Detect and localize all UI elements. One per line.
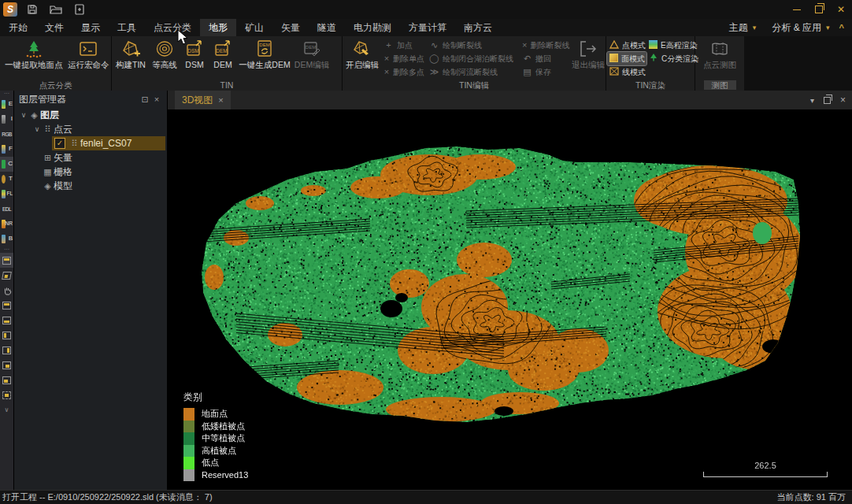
build-tin-button[interactable]: 构建TIN [113, 37, 149, 70]
tree-node-pointcloud[interactable]: ∨ ⠿ 点云 [14, 122, 167, 136]
tin-polyhedron-icon [120, 38, 141, 60]
render-classification-button[interactable]: C [0, 157, 13, 172]
minimize-icon [793, 9, 801, 10]
delete-points-icon: × [383, 68, 390, 76]
restore-button[interactable] [808, 0, 830, 19]
view-isometric-button[interactable] [0, 253, 13, 268]
view-bottom-button[interactable] [0, 313, 13, 328]
sidebar-separator: ··· [0, 246, 13, 253]
chevron-down-icon[interactable]: ∨ [32, 125, 42, 133]
render-rgb-button[interactable]: RGB [0, 127, 13, 142]
legend-swatch [183, 432, 194, 445]
render-time-button[interactable]: T [0, 172, 13, 187]
new-file-icon [74, 4, 85, 15]
face-mode-button[interactable]: 面模式 [607, 52, 646, 65]
delete-breakline-button[interactable]: × 删除断裂线 [520, 39, 572, 52]
point-mode-button[interactable]: 点模式 [607, 39, 646, 52]
pan-tool-button[interactable] [0, 283, 13, 298]
tab-pointcloud-classify[interactable]: 点云分类 [145, 19, 200, 36]
tab-tools[interactable]: 工具 [109, 19, 145, 36]
collapse-ribbon-button[interactable]: ^ [839, 23, 844, 32]
title-bar: S ✕ [0, 0, 852, 19]
tree-node-layers[interactable]: ∨ ◈ 图层 [14, 108, 167, 122]
legend-row: 低矮植被点 [183, 421, 248, 433]
render-edl-button[interactable]: EDL [0, 202, 13, 217]
draw-breakline-button[interactable]: ∿ 绘制断裂线 [427, 39, 520, 52]
dem-edit-button[interactable]: DEM DEM编辑 [292, 37, 332, 70]
close-view-icon[interactable]: × [840, 94, 846, 106]
save-edit-button[interactable]: ▤ 保存 [520, 65, 572, 79]
close-button[interactable]: ✕ [830, 0, 852, 19]
pointcloud-label: 点云 [54, 123, 72, 136]
tab-south-cloud[interactable]: 南方云 [455, 19, 501, 36]
line-mode-icon [609, 67, 619, 77]
render-f-button[interactable]: F [0, 142, 13, 157]
layer-visibility-checkbox[interactable]: ✓ [54, 138, 65, 149]
render-nr-button[interactable]: NR [0, 217, 13, 232]
render-elevation-button[interactable]: E [0, 97, 13, 112]
view-top-button[interactable] [0, 298, 13, 313]
tab-power-survey[interactable]: 电力勘测 [345, 19, 400, 36]
run-macro-button[interactable]: 运行宏命令 [66, 37, 110, 70]
breakline-wave-icon: ∿ [429, 41, 439, 50]
line-mode-button[interactable]: 线模式 [607, 65, 646, 79]
view-right-button[interactable] [0, 343, 13, 358]
generate-dem-button[interactable]: DEM 一键生成DEM [237, 37, 292, 70]
status-bar: 打开工程 -- E:/0910/250922/250922.sld (未读消息：… [0, 490, 852, 504]
pointcloud-mapping-button[interactable]: 点云测图 [698, 37, 742, 70]
class-render-button[interactable]: C分类渲染 [646, 52, 695, 65]
view-axonometric-button[interactable] [0, 268, 13, 283]
pin-panel-icon[interactable]: ⊡ [139, 94, 151, 105]
render-b-button[interactable]: B [0, 232, 13, 246]
tab-close-icon[interactable]: × [218, 95, 223, 105]
delete-point-button[interactable]: × 删除单点 [381, 52, 427, 65]
chevron-down-icon[interactable]: ∨ [19, 111, 28, 119]
tab-tunnel[interactable]: 隧道 [309, 19, 345, 36]
tab-3d-view[interactable]: 3D视图 × [175, 91, 231, 109]
draw-lake-breakline-button[interactable]: ◯ 绘制闭合湖泊断裂线 [427, 52, 520, 65]
tab-vector[interactable]: 矢量 [272, 19, 309, 36]
close-panel-icon[interactable]: × [151, 94, 162, 104]
draw-breakline-label: 绘制断裂线 [443, 40, 482, 51]
tab-volume-calc[interactable]: 方量计算 [400, 19, 455, 36]
start-edit-button[interactable]: 开启编辑 [343, 37, 381, 70]
analysis-menu[interactable]: 分析 & 应用 [772, 21, 821, 35]
save-button[interactable] [24, 2, 41, 17]
tree-node-raster[interactable]: ▦ 栅格 [14, 165, 167, 179]
new-project-button[interactable] [71, 2, 88, 17]
draw-river-breakline-button[interactable]: ≫ 绘制河流断裂线 [427, 65, 520, 79]
view-back-button[interactable] [0, 372, 13, 387]
tree-node-vector[interactable]: ⊞ 矢量 [14, 150, 167, 165]
dem-button[interactable]: DEM DEM [209, 37, 237, 70]
tab-file[interactable]: 文件 [36, 19, 72, 36]
float-window-icon[interactable] [824, 97, 831, 104]
minimize-button[interactable] [786, 0, 808, 19]
sidebar-more-chevron[interactable]: ∨ [0, 402, 13, 417]
sidebar-separator: ··· [0, 91, 13, 97]
undo-button[interactable]: ↶ 撤回 [520, 52, 572, 65]
tab-display[interactable]: 显示 [72, 19, 109, 36]
delete-points-button[interactable]: × 删除多点 [381, 65, 427, 79]
render-intensity-button[interactable]: I [0, 112, 13, 127]
elevation-render-button[interactable]: E高程渲染 [646, 39, 695, 52]
tree-node-pointcloud-item[interactable]: ✓ ⠿ fenlei_CS07 [14, 136, 167, 150]
edit-polyhedron-icon [352, 38, 372, 60]
open-project-button[interactable] [47, 2, 65, 17]
tab-mine[interactable]: 矿山 [236, 19, 272, 36]
tree-node-model[interactable]: ◈ 模型 [14, 179, 167, 193]
exit-edit-button[interactable]: 退出编辑 [572, 37, 605, 70]
render-fl-button[interactable]: FL [0, 187, 13, 202]
tab-terrain[interactable]: 地形 [200, 19, 236, 36]
svg-text:DSM: DSM [187, 48, 198, 54]
contour-button[interactable]: 等高线 [149, 37, 180, 70]
view-front-button[interactable] [0, 358, 13, 372]
tab-start[interactable]: 开始 [0, 19, 36, 36]
theme-menu[interactable]: 主题 [729, 21, 748, 35]
point-cloud-render[interactable] [168, 109, 852, 490]
extract-ground-button[interactable]: 一键提取地面点 [1, 37, 66, 70]
ribbon-empty-area [744, 36, 852, 91]
view-left-button[interactable] [0, 328, 13, 343]
zoom-extent-button[interactable] [0, 387, 13, 402]
add-point-button[interactable]: + 加点 [381, 39, 427, 52]
tab-list-dropdown-icon[interactable]: ▾ [810, 96, 814, 105]
